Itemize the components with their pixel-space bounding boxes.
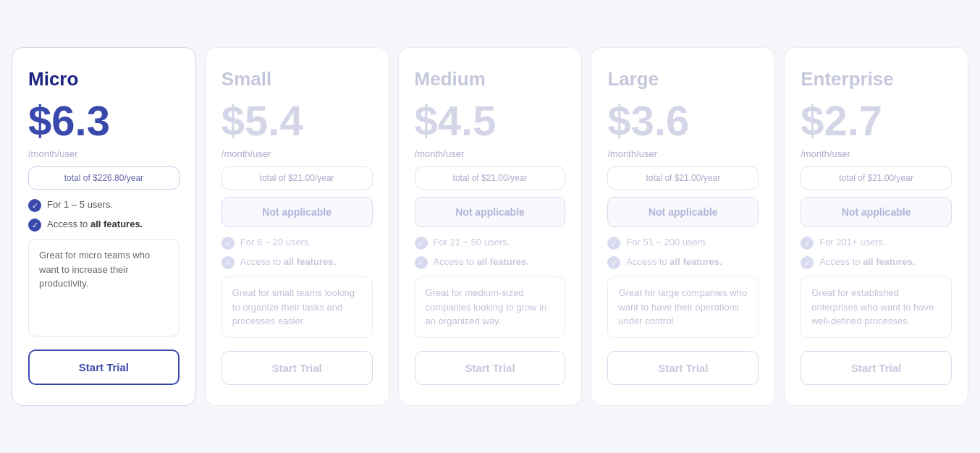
users-text-medium: For 21 – 50 users. — [434, 236, 510, 249]
plan-not-applicable-enterprise: Not applicable — [801, 197, 952, 227]
plan-price-medium: $4.5 — [415, 98, 566, 144]
plan-name-large: Large — [607, 68, 759, 90]
pricing-container: Micro$6.3/month/usertotal of $226.80/yea… — [12, 47, 968, 405]
plan-name-medium: Medium — [415, 68, 566, 90]
check-icon-users-micro: ✓ — [28, 199, 41, 212]
plan-users-feature-enterprise: ✓For 201+ users. — [801, 236, 952, 250]
start-trial-button-micro[interactable]: Start Trial — [28, 350, 179, 385]
access-text-small: Access to all features. — [240, 255, 336, 268]
start-trial-button-medium[interactable]: Start Trial — [415, 351, 566, 385]
plan-description-small: Great for small teams looking to organiz… — [221, 276, 373, 338]
check-icon-users-enterprise: ✓ — [801, 237, 814, 250]
plan-card-small: Small$5.4/month/usertotal of $21.00/year… — [205, 47, 389, 405]
plan-access-feature-small: ✓Access to all features. — [221, 255, 373, 269]
start-trial-button-enterprise[interactable]: Start Trial — [801, 351, 952, 385]
check-icon-access-enterprise: ✓ — [801, 256, 814, 269]
users-text-micro: For 1 – 5 users. — [47, 198, 113, 211]
plan-card-micro: Micro$6.3/month/usertotal of $226.80/yea… — [12, 47, 196, 405]
plan-description-medium: Great for medium-sized companies looking… — [415, 276, 566, 338]
plan-total-medium: total of $21.00/year — [415, 166, 566, 190]
plan-card-enterprise: Enterprise$2.7/month/usertotal of $21.00… — [784, 47, 968, 405]
start-trial-button-small[interactable]: Start Trial — [221, 351, 373, 385]
check-icon-access-micro: ✓ — [28, 219, 41, 232]
access-text-micro: Access to all features. — [47, 218, 143, 231]
users-text-enterprise: For 201+ users. — [819, 236, 885, 249]
check-icon-users-medium: ✓ — [415, 237, 428, 250]
start-trial-button-large[interactable]: Start Trial — [607, 351, 759, 385]
check-icon-access-small: ✓ — [221, 256, 235, 269]
plan-per-user-large: /month/user — [607, 148, 759, 159]
plan-card-medium: Medium$4.5/month/usertotal of $21.00/yea… — [398, 47, 583, 405]
plan-total-small: total of $21.00/year — [221, 166, 373, 190]
check-icon-users-small: ✓ — [221, 237, 235, 250]
plan-users-feature-medium: ✓For 21 – 50 users. — [415, 236, 566, 250]
access-text-enterprise: Access to all features. — [819, 255, 915, 268]
plan-price-small: $5.4 — [221, 98, 373, 144]
plan-description-enterprise: Great for established enterprises who wa… — [801, 276, 952, 338]
plan-access-feature-large: ✓Access to all features. — [607, 255, 759, 269]
plan-access-feature-micro: ✓Access to all features. — [28, 218, 179, 232]
plan-access-feature-medium: ✓Access to all features. — [415, 255, 566, 269]
plan-not-applicable-large: Not applicable — [607, 197, 759, 227]
check-icon-users-large: ✓ — [607, 237, 620, 250]
access-text-medium: Access to all features. — [434, 255, 529, 268]
plan-access-feature-enterprise: ✓Access to all features. — [801, 255, 952, 269]
plan-per-user-small: /month/user — [221, 148, 373, 159]
plan-name-enterprise: Enterprise — [801, 68, 952, 90]
plan-total-micro: total of $226.80/year — [28, 166, 179, 190]
plan-users-feature-micro: ✓For 1 – 5 users. — [28, 198, 179, 212]
plan-name-micro: Micro — [28, 68, 179, 90]
plan-users-feature-small: ✓For 6 – 20 users. — [221, 236, 373, 250]
check-icon-access-medium: ✓ — [415, 256, 428, 269]
plan-price-micro: $6.3 — [28, 98, 179, 144]
plan-total-large: total of $21.00/year — [607, 166, 759, 190]
plan-not-applicable-medium: Not applicable — [415, 197, 566, 227]
plan-total-enterprise: total of $21.00/year — [801, 166, 952, 190]
check-icon-access-large: ✓ — [607, 256, 620, 269]
plan-users-feature-large: ✓For 51 – 200 users. — [607, 236, 759, 250]
plan-name-small: Small — [221, 68, 373, 90]
plan-not-applicable-small: Not applicable — [221, 197, 373, 227]
users-text-large: For 51 – 200 users. — [626, 236, 708, 249]
access-text-large: Access to all features. — [626, 255, 722, 268]
plan-card-large: Large$3.6/month/usertotal of $21.00/year… — [591, 47, 775, 405]
plan-per-user-medium: /month/user — [415, 148, 566, 159]
plan-description-large: Great for large companies who want to ha… — [607, 276, 759, 338]
users-text-small: For 6 – 20 users. — [240, 236, 311, 249]
plan-per-user-enterprise: /month/user — [801, 148, 952, 159]
plan-per-user-micro: /month/user — [28, 148, 179, 159]
plan-price-enterprise: $2.7 — [801, 98, 952, 144]
plan-description-micro: Great for micro teams who want to increa… — [28, 239, 179, 336]
plan-price-large: $3.6 — [607, 98, 759, 144]
